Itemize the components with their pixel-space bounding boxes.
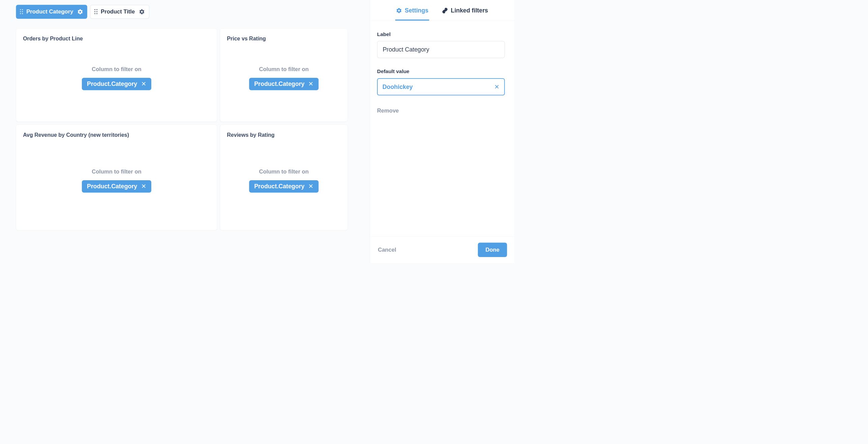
tab-settings[interactable]: Settings bbox=[395, 3, 429, 21]
filter-column-pill[interactable]: Product.Category ✕ bbox=[82, 180, 152, 193]
close-icon[interactable]: ✕ bbox=[308, 81, 313, 87]
pill-text: Product.Category bbox=[254, 183, 305, 190]
main-area: Product Category Product Title Orders by… bbox=[0, 0, 370, 263]
panel-footer: Cancel Done bbox=[370, 236, 514, 263]
pill-text: Product.Category bbox=[87, 81, 137, 87]
filter-chip-product-title[interactable]: Product Title bbox=[90, 5, 149, 19]
card-price-vs-rating: Price vs Rating Column to filter on Prod… bbox=[220, 28, 348, 122]
close-icon[interactable]: ✕ bbox=[494, 83, 499, 90]
tab-label: Settings bbox=[405, 7, 428, 14]
label-field-label: Label bbox=[377, 31, 507, 37]
side-panel: Settings Linked filters Label Default va… bbox=[370, 0, 514, 263]
default-value-input[interactable]: Doohickey ✕ bbox=[377, 78, 505, 95]
gear-icon bbox=[396, 8, 402, 14]
pill-text: Product.Category bbox=[87, 183, 137, 190]
label-input[interactable] bbox=[377, 41, 505, 58]
filter-column-pill[interactable]: Product.Category ✕ bbox=[82, 78, 152, 90]
card-title: Price vs Rating bbox=[227, 36, 341, 42]
card-avg-revenue-by-country: Avg Revenue by Country (new territories)… bbox=[16, 125, 217, 230]
remove-button[interactable]: Remove bbox=[377, 107, 399, 114]
filter-column-pill[interactable]: Product.Category ✕ bbox=[249, 180, 319, 193]
cards-grid: Orders by Product Line Column to filter … bbox=[16, 28, 370, 230]
column-filter-label: Column to filter on bbox=[92, 168, 141, 175]
panel-body: Label Default value Doohickey ✕ Remove bbox=[370, 21, 514, 236]
filter-chip-product-category[interactable]: Product Category bbox=[16, 5, 87, 19]
column-filter-label: Column to filter on bbox=[92, 66, 141, 72]
close-icon[interactable]: ✕ bbox=[308, 183, 313, 189]
column-filter-label: Column to filter on bbox=[259, 168, 309, 175]
side-panel-tabs: Settings Linked filters bbox=[370, 0, 514, 21]
gear-icon[interactable] bbox=[77, 9, 83, 15]
card-title: Orders by Product Line bbox=[23, 36, 210, 42]
link-icon bbox=[442, 8, 448, 14]
default-value-field-group: Default value Doohickey ✕ bbox=[377, 68, 507, 95]
label-field-group: Label bbox=[377, 31, 507, 58]
card-orders-by-product-line: Orders by Product Line Column to filter … bbox=[16, 28, 217, 122]
drag-handle-icon[interactable] bbox=[94, 9, 98, 14]
default-value-token: Doohickey bbox=[382, 84, 413, 90]
cancel-button[interactable]: Cancel bbox=[378, 247, 396, 253]
filter-chip-label: Product Title bbox=[101, 8, 135, 15]
done-button[interactable]: Done bbox=[478, 243, 507, 257]
column-filter-label: Column to filter on bbox=[259, 66, 309, 72]
filters-row: Product Category Product Title bbox=[16, 5, 370, 19]
tab-linked-filters[interactable]: Linked filters bbox=[441, 3, 489, 21]
pill-text: Product.Category bbox=[254, 81, 305, 87]
gear-icon[interactable] bbox=[139, 9, 145, 15]
tab-label: Linked filters bbox=[451, 7, 488, 14]
default-value-label: Default value bbox=[377, 68, 507, 74]
filter-column-pill[interactable]: Product.Category ✕ bbox=[249, 78, 319, 90]
close-icon[interactable]: ✕ bbox=[141, 81, 146, 87]
close-icon[interactable]: ✕ bbox=[141, 183, 146, 189]
card-title: Reviews by Rating bbox=[227, 132, 341, 138]
filter-chip-label: Product Category bbox=[26, 8, 73, 15]
card-reviews-by-rating: Reviews by Rating Column to filter on Pr… bbox=[220, 125, 348, 230]
card-title: Avg Revenue by Country (new territories) bbox=[23, 132, 210, 138]
drag-handle-icon[interactable] bbox=[20, 9, 24, 14]
